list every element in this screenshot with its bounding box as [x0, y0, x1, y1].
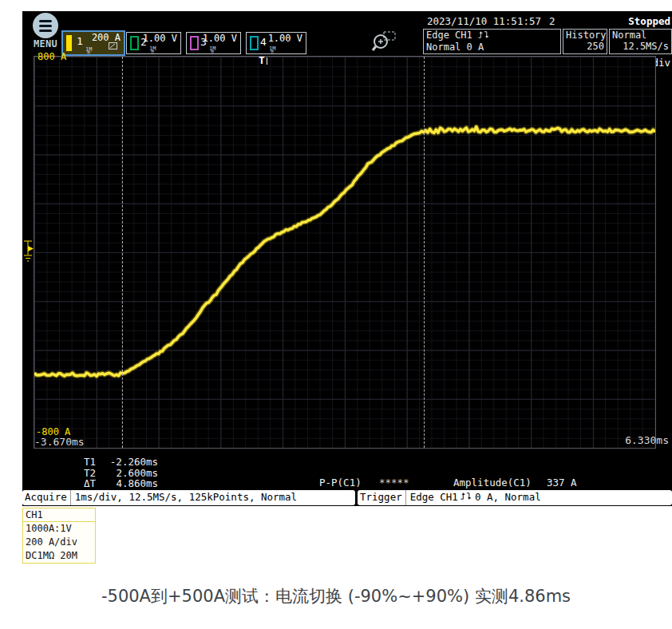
ch1-info-panel: CH1 1000A:1V 200 A/div DC1MΩ 20M: [22, 508, 96, 564]
channel-3-scale: 1.00 V: [203, 34, 237, 45]
cursor-t1[interactable]: [122, 57, 123, 448]
ch1-waveform-trace: [34, 57, 655, 448]
hamburger-menu-icon: [33, 13, 58, 38]
trigger-status-bar[interactable]: Trigger Edge CH1 0 A, Normal: [358, 490, 672, 505]
probe-icon: [109, 38, 117, 53]
trigger-settings-pre: Edge CH1: [410, 492, 458, 503]
channel-4-color-bar: [250, 36, 259, 50]
trigger-type: Edge CH1: [426, 30, 472, 41]
channel-3-box[interactable]: 3 1.00 V 1M≡: [186, 32, 241, 54]
channel-2-coupling-icon: 1M≡: [149, 47, 156, 53]
acquire-label: Acquire: [22, 490, 71, 505]
edge-both-icon: [478, 30, 490, 42]
delta-t-value: 4.860ms: [96, 478, 158, 489]
oscilloscope-screen: MENU 1 200 A 1M≡ 2 1.00 V 1M≡ 3 1.00 V 1…: [22, 11, 672, 506]
acquire-status-bar[interactable]: Acquire 1ms/div, 12.5MS/s, 125kPoints, N…: [22, 490, 355, 505]
trigger-label: Trigger: [358, 490, 406, 505]
test-result-caption: -500A到+500A测试：电流切换 (-90%~+90%) 实测4.86ms: [0, 585, 672, 607]
ch1-probe-ratio: 1000A:1V: [23, 522, 95, 536]
trigger-position-marker[interactable]: T: [259, 55, 265, 67]
ch1-info-title: CH1: [23, 508, 95, 522]
menu-button[interactable]: MENU: [26, 12, 65, 50]
left-time-label: -3.670ms: [34, 437, 85, 449]
ch1-coupling-bandwidth: DC1MΩ 20M: [23, 549, 95, 563]
history-label: History: [566, 30, 604, 42]
datetime: 2023/11/10 11:51:57: [427, 16, 541, 27]
channel-4-coupling-icon: 1M≡: [269, 47, 275, 53]
channel-2-color-bar: [130, 36, 139, 50]
history-box[interactable]: History 250: [563, 29, 607, 54]
record-mode-box[interactable]: Normal 12.5MS/s: [609, 29, 672, 54]
channel-4-scale: 1.00 V: [268, 34, 302, 45]
channel-1-number: 1: [77, 36, 83, 48]
pp-measure-value: *****: [379, 477, 409, 489]
menu-label: MENU: [26, 39, 65, 50]
cursor-t2[interactable]: [424, 57, 425, 448]
channel-3-color-bar: [190, 36, 199, 50]
acquisition-count: 2: [549, 16, 555, 27]
channel-1-box[interactable]: 1 200 A 1M≡: [61, 30, 125, 56]
acquire-settings-text: 1ms/div, 12.5MS/s, 125kPoints, Normal: [71, 492, 297, 503]
cursor-readout: T1-2.260ms T22.600ms ΔT4.860ms: [84, 457, 158, 489]
channel-4-box[interactable]: 4 1.00 V 1M≡: [246, 32, 306, 54]
pp-measure-label: P-P(C1): [319, 477, 362, 489]
trigger-level-marker-icon[interactable]: [22, 239, 35, 266]
screenshot-page: MENU 1 200 A 1M≡ 2 1.00 V 1M≡ 3 1.00 V 1…: [0, 0, 672, 629]
sample-rate: 12.5MS/s: [612, 42, 669, 53]
right-time-label: 6.330ms: [625, 435, 669, 447]
zoom-search-icon[interactable]: [370, 31, 397, 57]
channel-4-number: 4: [260, 37, 267, 49]
channel-1-coupling-icon: 1M≡: [85, 48, 92, 54]
top-amplitude-label: 800 A: [38, 52, 66, 63]
trigger-settings-box[interactable]: Edge CH1 Normal 0 A: [423, 29, 561, 54]
ch1-scale: 200 A/div: [23, 536, 95, 549]
channel-3-coupling-icon: 1M≡: [209, 47, 215, 53]
channel-2-box[interactable]: 2 1.00 V 1M≡: [126, 32, 181, 54]
trigger-mode-level: Normal 0 A: [426, 42, 558, 53]
amplitude-measure-label: Amplitude(C1): [453, 477, 532, 489]
history-count: 250: [566, 42, 604, 53]
trigger-settings-post: 0 A, Normal: [475, 492, 541, 503]
record-mode-label: Normal: [612, 30, 669, 42]
amplitude-measure-value: 337 A: [547, 477, 577, 489]
run-state: Stopped: [628, 16, 670, 27]
channel-2-scale: 1.00 V: [143, 34, 177, 45]
waveform-graticule: T: [34, 56, 656, 449]
channel-1-color-bar: [66, 35, 72, 51]
edge-both-icon: [461, 492, 472, 503]
